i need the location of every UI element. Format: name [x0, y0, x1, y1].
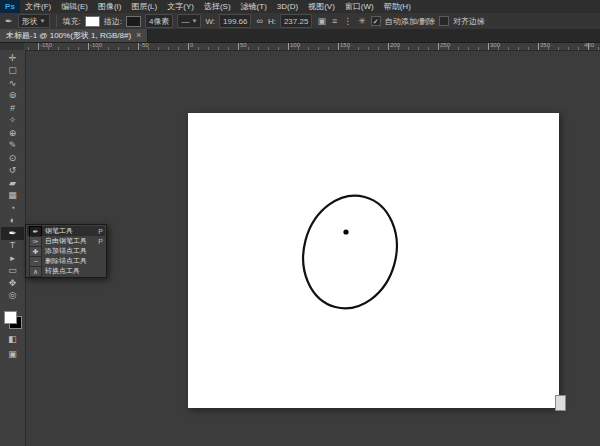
- brush-icon: ✎: [9, 141, 17, 150]
- dodge-tool[interactable]: ◐: [1, 215, 24, 228]
- flyout-item-add-anchor-tool[interactable]: ✚ 添加锚点工具: [27, 246, 105, 256]
- flyout-item-convert-point-tool[interactable]: ∧ 转换点工具: [27, 266, 105, 276]
- pen-icon: ✒: [9, 229, 17, 238]
- quick-selection-tool[interactable]: ⊚: [1, 90, 24, 103]
- screen-mode-icon: ▣: [8, 350, 17, 359]
- tool-mode-value: 形状: [22, 16, 38, 27]
- path-selection-tool[interactable]: ▸: [1, 252, 24, 265]
- convert-point-icon: ∧: [29, 266, 42, 277]
- align-edges-label: 对齐边缘: [453, 16, 485, 27]
- ruler-label: 350: [538, 42, 550, 49]
- pen-tool-preset-icon[interactable]: ✒: [4, 17, 14, 26]
- anchor-dot: [343, 229, 348, 234]
- flyout-item-pen-tool[interactable]: ✒ 钢笔工具 P: [27, 226, 105, 236]
- stroke-style-dropdown[interactable]: — ▼: [177, 14, 201, 28]
- document-tab[interactable]: 未标题-1 @ 100%(形状 1, RGB/8#) ×: [0, 29, 148, 42]
- stroke-label: 描边:: [104, 16, 122, 27]
- menu-edit[interactable]: 编辑(E): [56, 0, 93, 13]
- type-tool[interactable]: T: [1, 240, 24, 253]
- flyout-item-label: 添加锚点工具: [45, 246, 87, 256]
- tools-panel: ✛ ▢ ∿ ⊚ # ✧ ⊕ ✎ ⊙ ↺ ▰ ▦ ◔ ◐ ✒ T ▸ ▭ ✥ ◎ …: [0, 50, 26, 446]
- lasso-tool[interactable]: ∿: [1, 77, 24, 90]
- gear-icon[interactable]: ✳: [357, 17, 367, 26]
- ruler-label: 150: [338, 42, 350, 49]
- menu-image[interactable]: 图像(I): [93, 0, 127, 13]
- gradient-tool[interactable]: ▦: [1, 190, 24, 203]
- menu-window[interactable]: 窗口(W): [340, 0, 379, 13]
- pen-tool[interactable]: ✒: [1, 227, 24, 240]
- chevron-down-icon: ▼: [191, 18, 197, 24]
- width-label: W:: [205, 17, 215, 26]
- flyout-item-label: 删除锚点工具: [45, 256, 87, 266]
- marquee-icon: ▢: [8, 66, 17, 75]
- hand-icon: ✥: [9, 279, 17, 288]
- scrollbar-thumb[interactable]: [555, 395, 566, 411]
- screen-mode-button[interactable]: ▣: [1, 349, 24, 362]
- zoom-tool[interactable]: ◎: [1, 290, 24, 303]
- rectangle-tool[interactable]: ▭: [1, 265, 24, 278]
- photoshop-window: Ps 文件(F) 编辑(E) 图像(I) 图层(L) 文字(Y) 选择(S) 滤…: [0, 0, 600, 446]
- dodge-icon: ◐: [10, 216, 15, 225]
- rectangular-marquee-tool[interactable]: ▢: [1, 65, 24, 78]
- move-tool[interactable]: ✛: [1, 52, 24, 65]
- quick-mask-icon: ◧: [8, 335, 17, 344]
- path-arrangement-icon[interactable]: ⋮: [342, 17, 353, 26]
- ruler-label: -50: [138, 42, 149, 49]
- healing-brush-icon: ⊕: [9, 129, 17, 138]
- menu-select[interactable]: 选择(S): [199, 0, 236, 13]
- photoshop-logo: Ps: [0, 0, 20, 13]
- eyedropper-tool[interactable]: ✧: [1, 115, 24, 128]
- eraser-icon: ▰: [9, 179, 16, 188]
- spot-healing-brush-tool[interactable]: ⊕: [1, 127, 24, 140]
- height-field[interactable]: 237.25: [280, 14, 312, 28]
- ruler-label: -100: [88, 42, 102, 49]
- eraser-tool[interactable]: ▰: [1, 177, 24, 190]
- color-swatches: [3, 310, 23, 330]
- menu-file[interactable]: 文件(F): [20, 0, 56, 13]
- tool-mode-dropdown[interactable]: 形状 ▼: [18, 14, 50, 28]
- menu-filter[interactable]: 滤镜(T): [236, 0, 272, 13]
- move-icon: ✛: [9, 54, 17, 63]
- history-brush-tool[interactable]: ↺: [1, 165, 24, 178]
- width-field[interactable]: 199.66: [219, 14, 251, 28]
- document-tab-bar: 未标题-1 @ 100%(形状 1, RGB/8#) ×: [0, 29, 600, 43]
- eyedropper-icon: ✧: [9, 116, 17, 125]
- checkmark-icon: ✓: [373, 18, 379, 25]
- foreground-color-swatch[interactable]: [4, 311, 17, 324]
- path-alignment-icon[interactable]: ≡: [331, 17, 338, 26]
- brush-tool[interactable]: ✎: [1, 140, 24, 153]
- menu-layer[interactable]: 图层(L): [126, 0, 162, 13]
- height-label: H:: [268, 17, 276, 26]
- path-operations-icon[interactable]: ▣: [316, 17, 327, 26]
- menu-type[interactable]: 文字(Y): [162, 0, 199, 13]
- menu-3d[interactable]: 3D(D): [272, 0, 303, 13]
- hand-tool[interactable]: ✥: [1, 277, 24, 290]
- flyout-item-shortcut: P: [98, 238, 103, 245]
- stroke-color-swatch[interactable]: [126, 16, 141, 27]
- quick-mask-button[interactable]: ◧: [1, 333, 24, 346]
- menu-help[interactable]: 帮助(H): [379, 0, 416, 13]
- horizontal-ruler[interactable]: -150 -100 -50 0 50 100 150 200 250 300 3…: [24, 42, 600, 51]
- ellipse-path[interactable]: [291, 185, 409, 319]
- document-canvas[interactable]: [188, 113, 559, 408]
- align-edges-checkbox[interactable]: [439, 16, 449, 26]
- link-dimensions-icon[interactable]: ∞: [255, 17, 263, 26]
- flyout-item-shortcut: P: [98, 228, 103, 235]
- ruler-label: -150: [38, 42, 52, 49]
- flyout-item-freeform-pen-tool[interactable]: ✑ 自由钢笔工具 P: [27, 236, 105, 246]
- stroke-width-field[interactable]: 4像素: [145, 14, 173, 28]
- fill-color-swatch[interactable]: [85, 16, 100, 27]
- close-icon[interactable]: ×: [136, 31, 141, 40]
- clone-stamp-tool[interactable]: ⊙: [1, 152, 24, 165]
- chevron-down-icon: ▼: [40, 18, 46, 24]
- blur-tool[interactable]: ◔: [1, 202, 24, 215]
- pen-tool-flyout-menu: ✒ 钢笔工具 P ✑ 自由钢笔工具 P ✚ 添加锚点工具 − 删除锚点工具 ∧ …: [25, 224, 107, 278]
- flyout-item-delete-anchor-tool[interactable]: − 删除锚点工具: [27, 256, 105, 266]
- stroke-style-value: —: [181, 17, 189, 26]
- auto-add-delete-checkbox[interactable]: ✓: [371, 16, 381, 26]
- stroke-width-value: 4像素: [149, 16, 169, 27]
- menu-view[interactable]: 视图(V): [303, 0, 340, 13]
- history-brush-icon: ↺: [9, 166, 17, 175]
- crop-tool[interactable]: #: [1, 102, 24, 115]
- canvas-area: [25, 50, 600, 446]
